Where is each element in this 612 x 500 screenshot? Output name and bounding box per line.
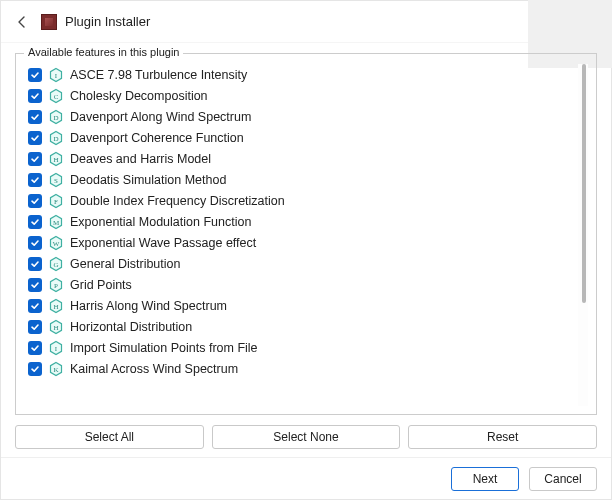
header: Plugin Installer: [1, 1, 611, 43]
feature-hex-icon: I: [48, 67, 64, 83]
feature-label: Deodatis Simulation Method: [70, 173, 226, 187]
scrollbar-thumb[interactable]: [582, 64, 586, 303]
svg-text:S: S: [54, 176, 58, 184]
check-icon: [30, 364, 40, 374]
svg-text:M: M: [53, 218, 60, 226]
list-item[interactable]: IImport Simulation Points from File: [24, 337, 588, 358]
svg-text:G: G: [53, 260, 58, 268]
back-button[interactable]: [13, 13, 31, 31]
feature-hex-icon: I: [48, 340, 64, 356]
feature-label: Cholesky Decomposition: [70, 89, 208, 103]
check-icon: [30, 70, 40, 80]
check-icon: [30, 175, 40, 185]
feature-label: Import Simulation Points from File: [70, 341, 258, 355]
feature-label: Harris Along Wind Spectrum: [70, 299, 227, 313]
feature-hex-icon: H: [48, 151, 64, 167]
arrow-left-icon: [15, 15, 29, 29]
checkbox[interactable]: [28, 89, 42, 103]
checkbox[interactable]: [28, 362, 42, 376]
list-item[interactable]: CCholesky Decomposition: [24, 85, 588, 106]
checkbox[interactable]: [28, 110, 42, 124]
check-icon: [30, 154, 40, 164]
list-item[interactable]: FDouble Index Frequency Discretization: [24, 190, 588, 211]
feature-hex-icon: D: [48, 130, 64, 146]
svg-text:W: W: [53, 239, 60, 247]
svg-text:H: H: [53, 155, 58, 163]
checkbox[interactable]: [28, 257, 42, 271]
feature-label: General Distribution: [70, 257, 180, 271]
feature-hex-icon: W: [48, 235, 64, 251]
checkbox[interactable]: [28, 236, 42, 250]
checkbox[interactable]: [28, 194, 42, 208]
list-item[interactable]: DDavenport Along Wind Spectrum: [24, 106, 588, 127]
check-icon: [30, 133, 40, 143]
feature-hex-icon: M: [48, 214, 64, 230]
list-item[interactable]: HDeaves and Harris Model: [24, 148, 588, 169]
check-icon: [30, 259, 40, 269]
list-item[interactable]: SDeodatis Simulation Method: [24, 169, 588, 190]
scrollbar[interactable]: [578, 64, 588, 406]
feature-label: Exponential Modulation Function: [70, 215, 251, 229]
feature-label: Exponential Wave Passage effect: [70, 236, 256, 250]
checkbox[interactable]: [28, 68, 42, 82]
checkbox[interactable]: [28, 152, 42, 166]
feature-hex-icon: K: [48, 361, 64, 377]
selection-buttons: Select All Select None Reset: [15, 425, 597, 449]
check-icon: [30, 301, 40, 311]
check-icon: [30, 112, 40, 122]
app-icon: [41, 14, 57, 30]
bottom-bar: Next Cancel: [1, 457, 611, 499]
feature-hex-icon: C: [48, 88, 64, 104]
checkbox[interactable]: [28, 173, 42, 187]
feature-label: Grid Points: [70, 278, 132, 292]
svg-text:P: P: [54, 281, 58, 289]
features-list: IASCE 7.98 Turbulence IntensityCCholesky…: [24, 64, 588, 406]
svg-text:D: D: [53, 134, 58, 142]
feature-hex-icon: F: [48, 193, 64, 209]
plugin-installer-window: Plugin Installer Available features in t…: [0, 0, 612, 500]
feature-label: Horizontal Distribution: [70, 320, 192, 334]
checkbox[interactable]: [28, 278, 42, 292]
group-label: Available features in this plugin: [24, 46, 183, 58]
svg-text:H: H: [53, 302, 58, 310]
features-group: Available features in this plugin IASCE …: [15, 53, 597, 415]
check-icon: [30, 217, 40, 227]
page-title: Plugin Installer: [65, 14, 150, 29]
checkbox[interactable]: [28, 131, 42, 145]
list-item[interactable]: MExponential Modulation Function: [24, 211, 588, 232]
list-item[interactable]: HHarris Along Wind Spectrum: [24, 295, 588, 316]
cancel-button[interactable]: Cancel: [529, 467, 597, 491]
checkbox[interactable]: [28, 299, 42, 313]
feature-label: Davenport Coherence Function: [70, 131, 244, 145]
feature-hex-icon: D: [48, 109, 64, 125]
checkbox[interactable]: [28, 320, 42, 334]
feature-hex-icon: H: [48, 298, 64, 314]
feature-label: ASCE 7.98 Turbulence Intensity: [70, 68, 247, 82]
list-item[interactable]: KKaimal Across Wind Spectrum: [24, 358, 588, 379]
select-all-button[interactable]: Select All: [15, 425, 204, 449]
check-icon: [30, 91, 40, 101]
list-item[interactable]: DDavenport Coherence Function: [24, 127, 588, 148]
list-item[interactable]: HHorizontal Distribution: [24, 316, 588, 337]
check-icon: [30, 238, 40, 248]
svg-text:H: H: [53, 323, 58, 331]
svg-text:F: F: [54, 197, 58, 205]
feature-hex-icon: P: [48, 277, 64, 293]
check-icon: [30, 280, 40, 290]
next-button[interactable]: Next: [451, 467, 519, 491]
reset-button[interactable]: Reset: [408, 425, 597, 449]
body: Available features in this plugin IASCE …: [1, 43, 611, 449]
list-item[interactable]: GGeneral Distribution: [24, 253, 588, 274]
feature-label: Double Index Frequency Discretization: [70, 194, 285, 208]
checkbox[interactable]: [28, 215, 42, 229]
list-item[interactable]: IASCE 7.98 Turbulence Intensity: [24, 64, 588, 85]
list-item[interactable]: PGrid Points: [24, 274, 588, 295]
checkbox[interactable]: [28, 341, 42, 355]
list-item[interactable]: WExponential Wave Passage effect: [24, 232, 588, 253]
feature-hex-icon: S: [48, 172, 64, 188]
svg-text:D: D: [53, 113, 58, 121]
select-none-button[interactable]: Select None: [212, 425, 401, 449]
feature-label: Kaimal Across Wind Spectrum: [70, 362, 238, 376]
feature-hex-icon: G: [48, 256, 64, 272]
feature-label: Davenport Along Wind Spectrum: [70, 110, 251, 124]
